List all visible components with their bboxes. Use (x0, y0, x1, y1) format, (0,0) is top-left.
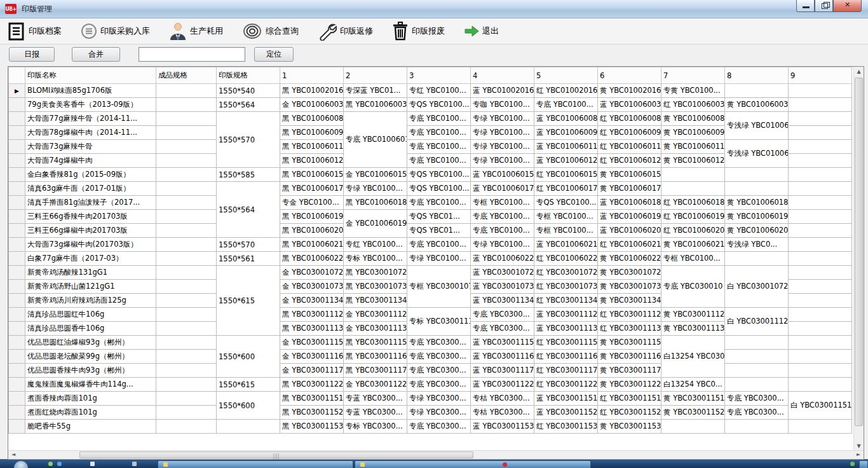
grid-cell[interactable]: 专标 YBC0300... (344, 420, 407, 434)
taskbar-icon[interactable] (90, 462, 95, 466)
row-selector[interactable] (9, 294, 25, 308)
plate-name-cell[interactable]: 煮面香辣肉蓉面101g (25, 392, 156, 406)
grid-cell[interactable]: 专底 YBC0300... (407, 364, 471, 378)
column-header[interactable]: 2 (344, 67, 407, 84)
row-selector[interactable] (9, 392, 25, 406)
grid-cell[interactable]: 黑 YBC01006020 (280, 224, 344, 238)
grid-cell[interactable] (789, 364, 852, 378)
toolbar-item-plate-archive[interactable]: 印版档案 (6, 22, 62, 41)
grid-cell[interactable] (156, 294, 217, 308)
plate-name-cell[interactable]: 大骨面73g爆椒牛肉(201703版） (25, 238, 156, 252)
grid-cell[interactable]: 蓝 YBC01006017 (471, 182, 534, 196)
toolbar-item-plate-scrap[interactable]: 印版报废 (392, 22, 445, 41)
grid-cell[interactable] (789, 112, 852, 126)
grid-cell[interactable]: 专底 YBC0100... (407, 126, 471, 140)
grid-cell[interactable] (661, 420, 725, 434)
grid-cell[interactable] (156, 84, 217, 98)
grid-cell[interactable]: 蓝 YBC03001153 (471, 420, 534, 434)
horizontal-scrollbar[interactable]: ◄ ||| ► (8, 450, 864, 459)
grid-cell[interactable]: 专QS YBC01... (407, 224, 471, 238)
grid-cell[interactable] (156, 168, 217, 182)
grid-cell[interactable]: 蓝 YBC01006020 (598, 224, 661, 238)
grid-cell[interactable]: 专绿 YBC0300... (407, 392, 471, 406)
grid-cell[interactable]: 黄 YBC03001073 (598, 280, 661, 294)
grid-cell[interactable]: 蓝 YBC01006019 (598, 210, 661, 224)
grid-cell[interactable] (789, 350, 852, 364)
grid-cell[interactable]: 专红 YBC0100... (344, 238, 407, 252)
grid-cell[interactable] (156, 140, 217, 154)
grid-cell[interactable]: 蓝 YBC03001116 (471, 350, 534, 364)
grid-cell[interactable]: 专蓝 YBC0300... (344, 392, 407, 406)
grid-cell[interactable]: 专浅绿 YBC0... (725, 238, 789, 252)
grid-cell[interactable]: 专底 YBC0300... (471, 322, 534, 336)
grid-cell[interactable]: 黄 YBC03001113 (661, 322, 725, 336)
grid-cell[interactable]: 专蓝 YBC0300... (344, 406, 407, 420)
plate-name-cell[interactable]: 新黄帝鸡汤川府辣鸡汤面125g (25, 294, 156, 308)
grid-cell[interactable]: 黑 YBC03001122 (280, 378, 344, 392)
grid-cell[interactable]: 蓝 YBC01006003 (598, 98, 661, 112)
grid-cell[interactable]: 专QS YBC0100... (407, 98, 471, 112)
grid-cell[interactable]: 金 YBC03001115 (280, 336, 344, 350)
column-header[interactable]: 印版规格 (217, 67, 280, 84)
row-selector[interactable] (9, 280, 25, 294)
grid-cell[interactable]: 蓝 YBC01006008 (534, 112, 598, 126)
show-desktop-button[interactable] (859, 460, 868, 468)
daily-report-button[interactable]: 日报 (9, 47, 55, 62)
plate-name-cell[interactable]: 清真珍品思圆香牛106g (25, 322, 156, 336)
taskbar-icon[interactable] (48, 462, 53, 466)
grid-cell[interactable]: 黑 YBC01006017 (280, 182, 344, 196)
grid-cell[interactable] (156, 308, 217, 322)
grid-cell[interactable]: 黑 YBC03001073 (344, 280, 407, 294)
grid-cell[interactable]: 专底 YBC0300... (407, 350, 471, 364)
grid-cell[interactable]: 专QS YBC0100... (534, 196, 598, 210)
grid-cell[interactable]: 1550*540 (217, 84, 280, 98)
grid-cell[interactable]: 黑 YBC01006022 (280, 252, 344, 266)
plate-name-cell[interactable]: 新黄帝鸡汤酸辣131gG1 (25, 266, 156, 280)
minimize-button[interactable] (796, 0, 815, 12)
grid-cell[interactable] (789, 182, 852, 196)
close-button[interactable]: ✕ (833, 0, 862, 12)
grid-cell[interactable]: 专底 YBC0100... (471, 224, 534, 238)
grid-cell[interactable]: 专底 YBC0100... (407, 196, 471, 210)
grid-cell[interactable] (789, 98, 852, 112)
grid-cell[interactable]: 黑 YBC01006011 (280, 140, 344, 154)
grid-cell[interactable]: 专深蓝 YBC01... (344, 84, 407, 98)
column-header[interactable]: 7 (661, 67, 725, 84)
grid-cell[interactable]: 黑 YBC01006015 (280, 168, 344, 182)
grid-cell[interactable]: 专QS YBC0100... (407, 168, 471, 182)
row-selector[interactable] (9, 168, 25, 182)
row-selector[interactable] (9, 210, 25, 224)
grid-cell[interactable]: 金 YBC03001117 (280, 364, 344, 378)
grid-cell[interactable]: 金 YBC03001072 (280, 266, 344, 280)
current-row-marker[interactable]: ▶ (9, 84, 25, 98)
grid-cell[interactable] (156, 266, 217, 280)
plate-name-cell[interactable]: 白象77g麻牛面（2017-03） (25, 252, 156, 266)
scroll-left-icon[interactable]: ◄ (8, 451, 18, 458)
grid-cell[interactable]: 1550*561 (217, 252, 280, 266)
grid-cell[interactable]: 红 YBC01002016 (534, 84, 598, 98)
grid-cell[interactable]: 专黄 YBC0100... (661, 84, 725, 98)
grid-cell[interactable]: 黄 YBC03001153 (598, 420, 661, 434)
grid-cell[interactable]: 红 YBC01006017 (534, 182, 598, 196)
grid-cell[interactable] (156, 392, 217, 406)
grid-cell[interactable]: 黑 YBC03001134 (344, 294, 407, 308)
plate-name-cell[interactable]: 大骨面77g麻辣牛骨（2014-11... (25, 112, 156, 126)
grid-cell[interactable] (725, 336, 789, 350)
grid-cell[interactable]: 专底 YBC0300... (407, 336, 471, 350)
grid-cell[interactable]: 专标 YBC0100... (344, 252, 407, 266)
grid-cell[interactable]: 金 YBC03001116 (280, 350, 344, 364)
grid-cell[interactable]: 专标 YBC03001112 (407, 308, 471, 336)
grid-cell[interactable]: 金 YBC03001112 (344, 308, 407, 322)
grid-cell[interactable] (661, 182, 725, 196)
grid-cell[interactable]: 蓝 YBC03001122 (471, 378, 534, 392)
grid-cell[interactable] (789, 252, 852, 266)
grid-cell[interactable]: 1550*585 (217, 168, 280, 182)
grid-cell[interactable]: 红 YBC03001152 (598, 406, 661, 420)
column-header[interactable]: 9 (789, 67, 852, 84)
plate-name-cell[interactable]: 新黄帝鸡汤野山菌121gG1 (25, 280, 156, 294)
grid-cell[interactable]: 专绿 YBC0300... (407, 406, 471, 420)
grid-cell[interactable] (789, 266, 852, 280)
grid-cell[interactable]: 黄 YBC03001072 (598, 266, 661, 280)
vertical-scroll-thumb[interactable] (855, 78, 863, 426)
row-selector[interactable] (9, 350, 25, 364)
